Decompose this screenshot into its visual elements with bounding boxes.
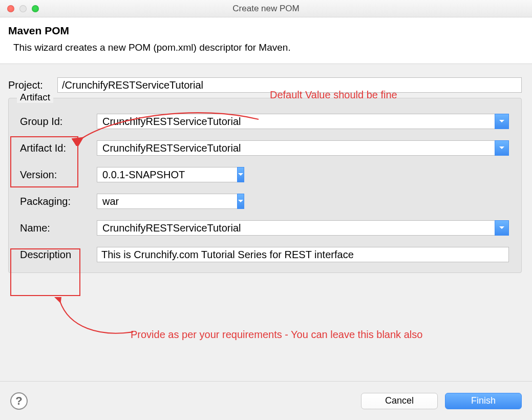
version-label: Version: [20,167,87,182]
group-id-label: Group Id: [20,114,87,129]
chevron-down-icon [499,146,505,150]
project-row: Project: [8,77,522,93]
chevron-down-icon [238,173,244,177]
group-id-input[interactable] [97,114,495,129]
artifact-id-label: Artifact Id: [20,140,87,156]
artifact-group: Artifact Default Value should be fine Gr… [8,98,522,273]
packaging-dropdown-button[interactable] [237,194,244,209]
help-button[interactable]: ? [10,392,28,410]
description-input[interactable] [97,247,509,262]
artifact-id-dropdown-button[interactable] [495,140,509,156]
annotation-provide-requirements: Provide as per your requirements - You c… [131,329,515,341]
page-description: This wizard creates a new POM (pom.xml) … [8,42,521,53]
chevron-down-icon [499,226,505,230]
version-input[interactable] [97,167,237,182]
group-id-dropdown-button[interactable] [495,114,509,129]
window-controls [7,5,39,12]
project-label: Project: [8,79,50,91]
close-window-icon[interactable] [7,5,14,12]
wizard-footer: ? Cancel Finish [0,381,532,420]
artifact-id-combo [97,140,509,156]
chevron-down-icon [499,119,505,123]
window-titlebar: Create new POM [0,0,532,17]
name-input[interactable] [97,220,495,236]
packaging-label: Packaging: [20,194,87,209]
finish-button[interactable]: Finish [445,393,522,409]
page-title: Maven POM [8,25,521,37]
zoom-window-icon[interactable] [32,5,39,12]
group-id-combo [97,114,509,129]
name-dropdown-button[interactable] [495,220,509,236]
version-dropdown-button[interactable] [237,167,244,182]
version-combo [97,167,235,182]
artifact-legend: Artifact [17,92,53,103]
packaging-input[interactable] [97,194,237,209]
wizard-content: Project: Artifact Default Value should b… [0,64,532,277]
name-combo [97,220,509,236]
cancel-button[interactable]: Cancel [361,393,438,409]
minimize-window-icon[interactable] [19,5,27,12]
wizard-header: Maven POM This wizard creates a new POM … [0,17,532,64]
annotation-arrow-bottom [49,297,141,338]
name-label: Name: [20,220,87,236]
annotation-default-value: Default Value should be fine [270,89,397,101]
chevron-down-icon [238,199,244,203]
window-title: Create new POM [232,4,299,14]
packaging-combo [97,194,235,209]
artifact-id-input[interactable] [97,140,495,156]
description-label: Description [20,247,87,262]
